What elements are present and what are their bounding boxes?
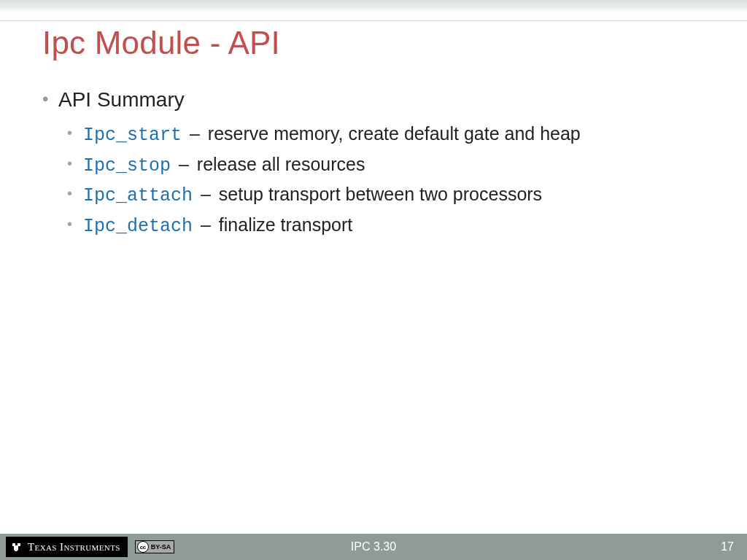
cc-license-badge: cc BY-SA xyxy=(135,540,175,553)
horizontal-rule xyxy=(0,20,747,21)
api-desc: release all resources xyxy=(197,154,365,174)
dash: – xyxy=(182,123,208,144)
dash: – xyxy=(171,154,197,174)
sub-bullet-list: Ipc_start – reserve memory, create defau… xyxy=(67,120,699,241)
cc-logo-icon: cc xyxy=(137,541,149,553)
ti-logo-icon xyxy=(10,540,23,553)
api-item: Ipc_attach – setup transport between two… xyxy=(67,180,699,211)
bullet-level1: API Summary xyxy=(42,86,699,114)
api-name: Ipc_attach xyxy=(83,185,193,206)
slide: Ipc Module - API API Summary Ipc_start –… xyxy=(0,0,747,560)
api-desc: finalize transport xyxy=(219,214,352,235)
dash: – xyxy=(193,184,219,204)
vendor-badge: Texas Instruments xyxy=(6,537,128,557)
bullet-level1-text: API Summary xyxy=(58,88,185,111)
api-item: Ipc_detach – finalize transport xyxy=(67,211,699,241)
footer-center-text: IPC 3.30 xyxy=(351,540,396,553)
content-area: API Summary Ipc_start – reserve memory, … xyxy=(42,86,699,241)
api-name: Ipc_stop xyxy=(83,155,171,176)
page-number: 17 xyxy=(721,540,734,553)
api-desc: setup transport between two processors xyxy=(219,184,542,204)
top-gradient-band xyxy=(0,0,747,13)
footer-bar: Texas Instruments cc BY-SA IPC 3.30 17 xyxy=(0,534,747,560)
cc-license-text: BY-SA xyxy=(151,543,171,551)
cc-logo-text: cc xyxy=(140,544,146,551)
slide-title: Ipc Module - API xyxy=(42,25,280,61)
api-desc: reserve memory, create default gate and … xyxy=(208,123,581,144)
api-name: Ipc_start xyxy=(83,125,182,146)
api-item: Ipc_stop – release all resources xyxy=(67,150,699,181)
dash: – xyxy=(193,214,219,235)
api-name: Ipc_detach xyxy=(83,216,193,237)
api-item: Ipc_start – reserve memory, create defau… xyxy=(67,120,699,150)
vendor-name: Texas Instruments xyxy=(28,541,120,553)
